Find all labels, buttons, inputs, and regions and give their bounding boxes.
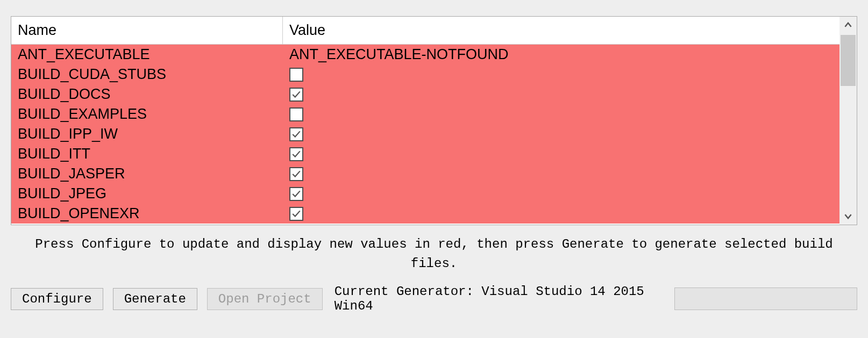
col-header-name[interactable]: Name [11,17,283,44]
table-row[interactable]: BUILD_OPENEXR [11,204,839,224]
cache-var-value[interactable] [283,88,839,102]
table-row[interactable]: ANT_EXECUTABLEANT_EXECUTABLE-NOTFOUND [11,45,839,64]
cmake-cache-table: Name Value ANT_EXECUTABLEANT_EXECUTABLE-… [11,16,857,225]
generator-label: Current Generator: Visual Studio 14 2015… [335,284,665,313]
table-row[interactable]: BUILD_CUDA_STUBS [11,64,839,84]
cache-var-name: BUILD_JASPER [11,166,283,182]
bottom-toolbar: Configure Generate Open Project Current … [11,279,857,313]
hint-text: Press Configure to update and display ne… [11,225,857,279]
checkbox[interactable] [289,147,303,161]
table-row[interactable]: BUILD_DOCS [11,84,839,104]
checkbox[interactable] [289,107,303,121]
cache-var-name: BUILD_ITT [11,146,283,162]
checkbox[interactable] [289,167,303,181]
cache-var-name: BUILD_JPEG [11,185,283,202]
cache-var-value[interactable] [283,187,839,201]
value-text: ANT_EXECUTABLE-NOTFOUND [289,46,509,63]
cache-var-value[interactable] [283,127,839,141]
cache-var-value[interactable] [283,167,839,181]
checkbox[interactable] [289,68,303,82]
table-header: Name Value [11,17,839,45]
col-header-value[interactable]: Value [283,17,839,44]
progress-box [674,287,857,310]
scroll-thumb[interactable] [841,35,856,86]
cache-var-value[interactable] [283,207,839,221]
generate-button[interactable]: Generate [113,288,197,310]
checkbox[interactable] [289,88,303,102]
table-row[interactable]: BUILD_EXAMPLES [11,104,839,124]
checkbox[interactable] [289,187,303,201]
scroll-down-arrow-icon[interactable] [839,207,857,225]
configure-button[interactable]: Configure [11,288,103,310]
cache-var-value[interactable]: ANT_EXECUTABLE-NOTFOUND [283,46,839,63]
cache-var-value[interactable] [283,107,839,121]
vertical-scrollbar[interactable] [839,17,857,225]
cache-var-name: BUILD_OPENEXR [11,205,283,222]
table-row[interactable]: BUILD_JASPER [11,164,839,184]
table-row[interactable]: BUILD_ITT [11,144,839,164]
cache-var-name: ANT_EXECUTABLE [11,46,283,63]
checkbox[interactable] [289,127,303,141]
cache-var-name: BUILD_CUDA_STUBS [11,66,283,83]
table-row[interactable]: BUILD_IPP_IW [11,124,839,144]
cache-var-value[interactable] [283,68,839,82]
cache-var-name: BUILD_DOCS [11,86,283,103]
table-row[interactable]: BUILD_JPEG [11,184,839,204]
open-project-button: Open Project [207,288,323,310]
checkbox[interactable] [289,207,303,221]
cache-var-name: BUILD_EXAMPLES [11,106,283,123]
cache-var-value[interactable] [283,147,839,161]
cache-var-name: BUILD_IPP_IW [11,126,283,142]
table-body: ANT_EXECUTABLEANT_EXECUTABLE-NOTFOUNDBUI… [11,45,839,225]
scroll-up-arrow-icon[interactable] [839,17,857,34]
